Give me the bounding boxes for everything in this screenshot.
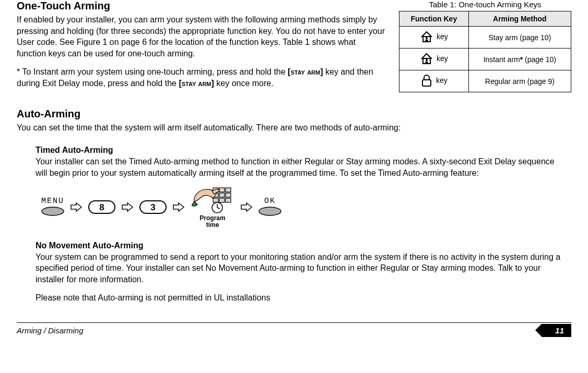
svg-rect-4 <box>422 80 431 86</box>
svg-point-3 <box>426 59 428 61</box>
svg-rect-11 <box>219 188 225 192</box>
paragraph-one-touch-arming-note: * To Instant arm your system using one-t… <box>17 66 386 89</box>
page: One-Touch Arming If enabled by your inst… <box>0 0 588 339</box>
key-stay-arm-1: [stay arm] <box>288 67 323 76</box>
table-row: key Instant arm* (page 10) <box>399 49 571 70</box>
section-one-touch-arming: One-Touch Arming If enabled by your inst… <box>17 0 386 97</box>
table-header-row: Function Key Arming Method <box>399 11 571 27</box>
svg-rect-17 <box>219 198 225 202</box>
table-one-touch-keys-wrapper: Table 1: One-touch Arming Keys Function … <box>399 0 571 92</box>
program-time-graphic: Program time <box>190 186 235 228</box>
key-label: key <box>437 32 448 41</box>
paragraph-timed-auto-arming: Your installer can set the Timed Auto-ar… <box>36 156 567 178</box>
svg-rect-16 <box>213 198 218 202</box>
th-function-key: Function Key <box>399 11 469 27</box>
svg-rect-15 <box>226 193 231 197</box>
arrow-icon <box>172 202 185 212</box>
footer-page-number: 11 <box>542 324 571 337</box>
key-stay-arm-2: [stay arm] <box>179 79 214 88</box>
padlock-icon <box>420 74 433 87</box>
keypad-key-3: 3 <box>139 200 167 214</box>
house-person-icon <box>420 52 433 65</box>
svg-point-1 <box>426 37 428 39</box>
svg-rect-18 <box>226 198 231 202</box>
arrow-icon <box>70 202 83 212</box>
cell-regular-arm: Regular arm (page 9) <box>468 70 571 92</box>
key-label: key <box>437 54 448 63</box>
ok-label: OK <box>264 197 276 205</box>
key-label: key <box>436 76 448 85</box>
keypad-key-8: 8 <box>88 200 116 214</box>
menu-label: MENU <box>41 197 64 205</box>
program-caption-line2: time <box>206 221 219 228</box>
svg-rect-12 <box>226 188 231 192</box>
heading-no-movement: No Movement Auto-Arming <box>36 241 567 250</box>
section-auto-arming: Auto-Arming You can set the time that th… <box>17 108 571 304</box>
cell-instant-arm: Instant arm* (page 10) <box>468 49 571 70</box>
page-footer: Arming / Disarming 11 <box>17 322 571 339</box>
paragraph-ul-note: Please note that Auto-arming is not perm… <box>36 292 567 304</box>
table-caption: Table 1: One-touch Arming Keys <box>399 0 571 9</box>
arrow-icon <box>121 202 134 212</box>
table-one-touch-keys: Function Key Arming Method <box>399 11 571 92</box>
hand-keypad-clock-icon <box>190 186 235 214</box>
top-row: One-Touch Arming If enabled by your inst… <box>17 0 571 97</box>
diagram-timed-sequence: MENU 8 <box>41 186 567 228</box>
heading-timed-auto-arming: Timed Auto-Arming <box>36 146 567 155</box>
paragraph-one-touch-arming-1: If enabled by your installer, you can ar… <box>17 14 386 59</box>
svg-text:8: 8 <box>99 202 104 212</box>
ok-button: OK <box>258 197 282 216</box>
heading-auto-arming: Auto-Arming <box>17 108 571 120</box>
paragraph-no-movement: Your system can be programmed to send a … <box>36 251 567 285</box>
arrow-icon <box>240 202 253 212</box>
menu-button: MENU <box>41 197 65 216</box>
svg-text:3: 3 <box>150 202 155 212</box>
subsection-no-movement: No Movement Auto-Arming Your system can … <box>36 241 567 304</box>
svg-rect-14 <box>219 193 225 197</box>
subsection-timed: Timed Auto-Arming Your installer can set… <box>36 146 567 228</box>
svg-point-5 <box>42 207 64 215</box>
th-arming-method: Arming Method <box>468 11 571 27</box>
table-row: key Regular arm (page 9) <box>399 70 571 92</box>
footer-section-title: Arming / Disarming <box>17 323 542 339</box>
house-person-icon <box>420 30 433 43</box>
table-row: key Stay arm (page 10) <box>399 27 571 49</box>
svg-point-20 <box>259 207 281 215</box>
heading-one-touch-arming: One-Touch Arming <box>17 0 386 12</box>
paragraph-auto-arming-intro: You can set the time that the system wil… <box>17 122 571 134</box>
oval-button-icon <box>41 206 65 216</box>
cell-stay-arm: Stay arm (page 10) <box>468 27 571 49</box>
oval-button-icon <box>258 206 282 216</box>
